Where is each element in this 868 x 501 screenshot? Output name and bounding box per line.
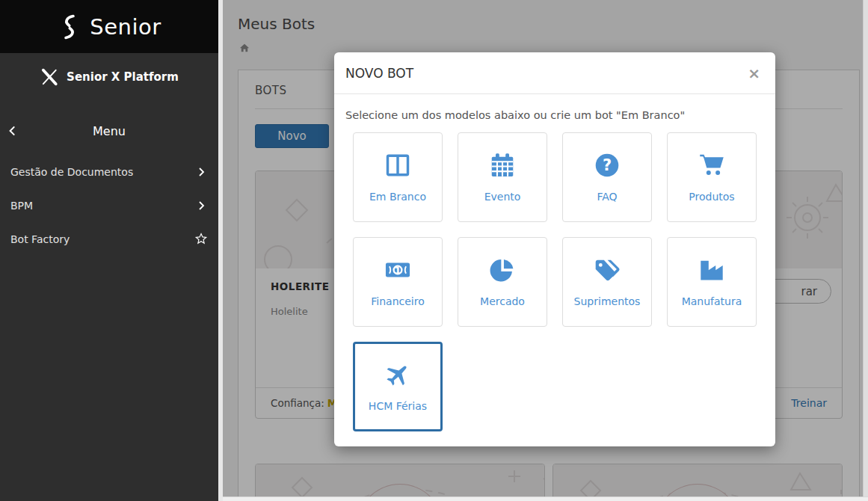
template-card-hcm-férias[interactable]: HCM Férias bbox=[353, 342, 443, 431]
template-label: Suprimentos bbox=[574, 295, 641, 307]
horizontal-scrollbar[interactable] bbox=[223, 497, 868, 501]
modal-instruction: Selecione um dos modelos abaixo ou crie … bbox=[345, 109, 764, 121]
sidebar-item-bpm[interactable]: BPM bbox=[0, 188, 218, 222]
brand-name: Senior bbox=[90, 14, 161, 40]
template-card-evento[interactable]: Evento bbox=[458, 132, 547, 222]
sidebar-item-label: Bot Factory bbox=[10, 233, 194, 245]
pie-chart-icon bbox=[489, 256, 516, 283]
template-card-produtos[interactable]: Produtos bbox=[667, 132, 757, 222]
modal-body: Selecione um dos modelos abaixo ou crie … bbox=[334, 94, 775, 431]
template-label: HCM Férias bbox=[369, 400, 427, 412]
sidebar-item-label: Gestão de Documentos bbox=[10, 166, 194, 178]
template-label: Em Branco bbox=[369, 191, 426, 203]
cart-icon bbox=[698, 152, 725, 179]
sidebar: Senior Senior X Platform Menu Gestão de … bbox=[0, 0, 218, 501]
template-card-financeiro[interactable]: 1Financeiro bbox=[353, 237, 443, 327]
modal-header: NOVO BOT × bbox=[334, 52, 775, 94]
template-label: FAQ bbox=[597, 191, 617, 203]
x-logo-icon bbox=[40, 67, 59, 87]
template-card-manufatura[interactable]: Manufatura bbox=[667, 237, 757, 327]
sidebar-item-gestao-de-documentos[interactable]: Gestão de Documentos bbox=[0, 155, 218, 188]
sidebar-menu: Gestão de Documentos BPM Bot Factory bbox=[0, 155, 218, 256]
template-label: Financeiro bbox=[371, 295, 424, 307]
novo-bot-modal: NOVO BOT × Selecione um dos modelos abai… bbox=[334, 52, 775, 446]
template-card-em-branco[interactable]: Em Branco bbox=[353, 132, 443, 222]
chevron-left-icon[interactable] bbox=[6, 124, 19, 138]
star-icon[interactable] bbox=[194, 233, 208, 246]
industry-icon bbox=[698, 256, 725, 283]
template-card-mercado[interactable]: Mercado bbox=[458, 237, 547, 327]
template-label: Produtos bbox=[689, 191, 734, 203]
template-card-suprimentos[interactable]: Suprimentos bbox=[562, 237, 652, 327]
menu-title: Menu bbox=[0, 124, 218, 138]
chevron-right-icon bbox=[194, 199, 208, 212]
money-icon: 1 bbox=[384, 256, 411, 283]
chevron-right-icon bbox=[194, 165, 208, 179]
tags-icon bbox=[594, 256, 621, 283]
close-icon[interactable]: × bbox=[748, 66, 760, 81]
template-label: Manufatura bbox=[682, 295, 742, 307]
vertical-scrollbar[interactable] bbox=[863, 0, 868, 501]
calendar-icon bbox=[489, 152, 516, 179]
question-circle-icon: ? bbox=[594, 152, 621, 179]
template-label: Mercado bbox=[480, 295, 525, 307]
brand-header: Senior bbox=[0, 0, 218, 53]
template-grid: Em BrancoEvento?FAQProdutos1FinanceiroMe… bbox=[353, 132, 764, 431]
sidebar-item-label: BPM bbox=[10, 200, 194, 212]
svg-text:?: ? bbox=[603, 156, 612, 174]
sidebar-item-bot-factory[interactable]: Bot Factory bbox=[0, 222, 218, 256]
modal-title: NOVO BOT bbox=[345, 66, 413, 81]
menu-header: Menu bbox=[0, 113, 218, 149]
platform-row: Senior X Platform bbox=[0, 53, 218, 101]
svg-text:1: 1 bbox=[395, 265, 401, 276]
platform-name: Senior X Platform bbox=[67, 70, 179, 84]
plane-icon bbox=[384, 361, 411, 388]
senior-logo-icon bbox=[57, 14, 82, 40]
template-card-faq[interactable]: ?FAQ bbox=[562, 132, 652, 222]
template-label: Evento bbox=[484, 191, 521, 203]
sidebar-scrollbar[interactable] bbox=[218, 0, 223, 501]
columns-icon bbox=[384, 152, 411, 179]
